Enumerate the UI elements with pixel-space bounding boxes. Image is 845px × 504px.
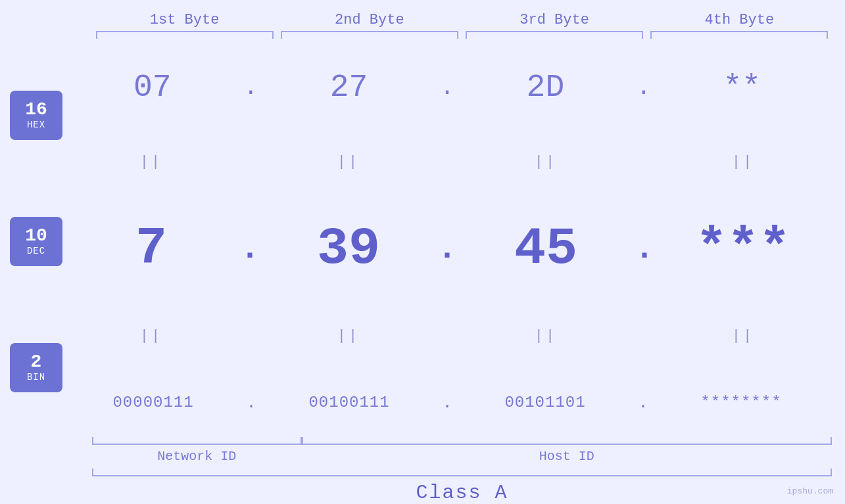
dec-number: 10 — [25, 226, 47, 246]
hex-sep-2: . — [440, 74, 454, 101]
dec-badge: 10 DEC — [10, 217, 62, 266]
bin-sep-3: . — [638, 393, 648, 413]
bracket-byte4 — [650, 31, 828, 39]
top-bracket-row — [0, 31, 845, 39]
dec-sep-3: . — [635, 230, 654, 267]
hex-val-1: 07 — [133, 70, 172, 105]
eq-3a: || — [535, 154, 557, 170]
eq-2a: || — [337, 154, 360, 170]
bracket-byte3 — [466, 31, 643, 39]
class-full-bracket — [92, 469, 832, 476]
bin-cell-4: ******** — [652, 394, 830, 411]
eq-cell-2b: || — [260, 328, 437, 344]
bin-cell-1: 00000111 — [64, 394, 242, 411]
id-labels-row: Network ID Host ID — [92, 449, 832, 464]
dec-cell-1: 7 — [62, 219, 240, 279]
bin-name: BIN — [27, 372, 45, 382]
hex-val-4: ** — [723, 70, 761, 105]
hex-cell-2: 27 — [260, 70, 438, 105]
hex-val-2: 27 — [330, 70, 368, 105]
dec-cell-4: *** — [654, 219, 832, 279]
byte-headers: 1st Byte 2nd Byte 3rd Byte 4th Byte — [0, 12, 845, 28]
bin-val-2: 00100111 — [308, 394, 389, 411]
network-bracket — [92, 437, 302, 445]
content-area: 16 HEX 10 DEC 2 BIN 07 . 27 — [0, 45, 845, 437]
dec-val-4: *** — [696, 219, 790, 279]
eq-row-1: || || || || — [62, 154, 832, 170]
values-grid: 07 . 27 . 2D . ** || — [62, 45, 832, 437]
dec-cell-3: 45 — [457, 219, 635, 279]
eq-row-2: || || || || — [62, 328, 832, 344]
eq-1a: || — [140, 154, 162, 170]
host-id-label: Host ID — [302, 449, 832, 464]
eq-1b: || — [140, 328, 162, 344]
dec-val-3: 45 — [514, 219, 577, 279]
eq-cell-2a: || — [260, 154, 437, 170]
eq-4a: || — [732, 154, 754, 170]
eq-4b: || — [732, 328, 754, 344]
bin-number: 2 — [31, 352, 42, 373]
network-id-label: Network ID — [92, 449, 302, 464]
main-container: 1st Byte 2nd Byte 3rd Byte 4th Byte 16 H… — [0, 0, 845, 504]
bin-val-3: 00101101 — [504, 394, 585, 411]
eq-cell-3b: || — [457, 328, 635, 344]
bin-sep-2: . — [442, 393, 452, 413]
hex-cell-4: ** — [653, 70, 831, 105]
bottom-bracket-row — [92, 437, 832, 445]
hex-badge: 16 HEX — [10, 91, 62, 140]
hex-name: HEX — [27, 120, 45, 130]
eq-cell-4a: || — [654, 154, 832, 170]
dec-row: 7 . 39 . 45 . *** — [62, 219, 832, 279]
dec-name: DEC — [27, 246, 45, 256]
hex-sep-3: . — [637, 74, 651, 101]
header-byte1: 1st Byte — [96, 12, 274, 28]
host-bracket — [302, 437, 832, 445]
class-footer: Class A — [0, 469, 845, 504]
bracket-byte1 — [96, 31, 274, 39]
hex-cell-3: 2D — [456, 70, 634, 105]
bin-cell-3: 00101101 — [456, 394, 634, 411]
header-byte4: 4th Byte — [650, 12, 828, 28]
eq-cell-1b: || — [62, 328, 240, 344]
base-labels: 16 HEX 10 DEC 2 BIN — [10, 45, 62, 437]
bin-badge: 2 BIN — [10, 343, 62, 392]
eq-cell-4b: || — [654, 328, 832, 344]
watermark: ipshu.com — [787, 486, 833, 496]
bin-sep-1: . — [246, 393, 256, 413]
bracket-byte2 — [281, 31, 458, 39]
eq-cell-1a: || — [62, 154, 240, 170]
hex-val-3: 2D — [527, 70, 565, 105]
hex-sep-1: . — [243, 74, 258, 101]
eq-3b: || — [535, 328, 557, 344]
hex-number: 16 — [25, 100, 47, 120]
bottom-section: Network ID Host ID — [0, 437, 845, 464]
header-byte3: 3rd Byte — [466, 12, 643, 28]
bin-row: 00000111 . 00100111 . 00101101 . *******… — [62, 393, 832, 413]
dec-cell-2: 39 — [260, 219, 437, 279]
hex-cell-1: 07 — [64, 70, 241, 105]
hex-row: 07 . 27 . 2D . ** — [62, 70, 832, 105]
bin-cell-2: 00100111 — [260, 394, 438, 411]
dec-sep-2: . — [437, 230, 457, 267]
class-a-label: Class A — [92, 482, 832, 504]
bin-val-4: ******** — [700, 394, 781, 411]
header-byte2: 2nd Byte — [281, 12, 458, 28]
dec-val-1: 7 — [135, 219, 167, 279]
dec-sep-1: . — [240, 230, 260, 267]
eq-cell-3a: || — [457, 154, 635, 170]
bin-val-1: 00000111 — [112, 394, 193, 411]
dec-val-2: 39 — [317, 219, 380, 279]
eq-2b: || — [337, 328, 360, 344]
